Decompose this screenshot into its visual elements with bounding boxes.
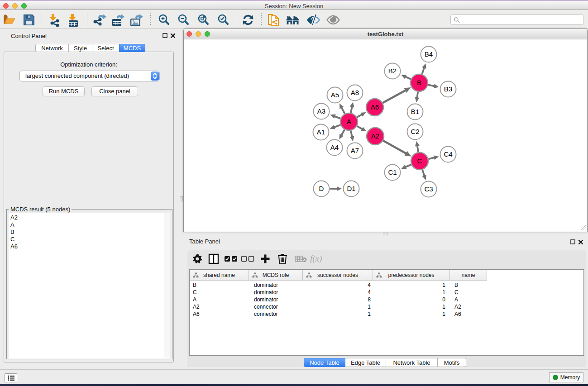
svg-text:A5: A5 bbox=[331, 91, 339, 99]
svg-text:A6: A6 bbox=[371, 103, 379, 111]
svg-text:A2: A2 bbox=[371, 132, 379, 140]
svg-text:A8: A8 bbox=[351, 89, 359, 96]
svg-text:A3: A3 bbox=[317, 107, 325, 115]
svg-text:C4: C4 bbox=[444, 150, 452, 158]
svg-text:D1: D1 bbox=[347, 185, 355, 192]
svg-text:C1: C1 bbox=[388, 168, 397, 176]
svg-text:B: B bbox=[417, 79, 421, 86]
svg-text:C: C bbox=[417, 157, 422, 165]
svg-text:C3: C3 bbox=[424, 185, 433, 193]
svg-text:A1: A1 bbox=[317, 128, 325, 136]
svg-text:B3: B3 bbox=[444, 85, 452, 93]
svg-text:A4: A4 bbox=[330, 143, 339, 151]
svg-text:B1: B1 bbox=[411, 108, 419, 115]
svg-text:B2: B2 bbox=[388, 67, 397, 75]
svg-text:C2: C2 bbox=[411, 128, 419, 135]
svg-text:B4: B4 bbox=[425, 50, 433, 58]
svg-text:D: D bbox=[319, 185, 324, 192]
svg-text:A: A bbox=[347, 118, 351, 125]
svg-text:A7: A7 bbox=[351, 147, 359, 154]
